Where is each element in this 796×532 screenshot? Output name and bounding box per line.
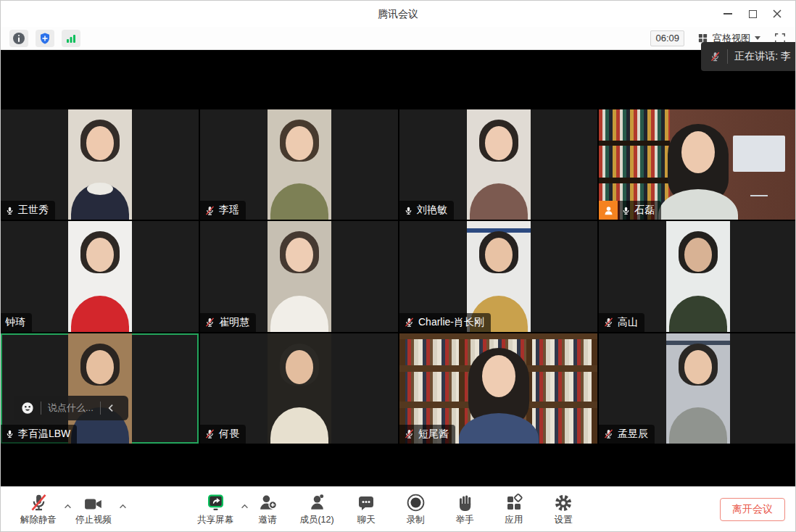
- meeting-timer: 06:09: [650, 30, 684, 46]
- record-icon: [406, 493, 426, 512]
- stop-video-label: 停止视频: [75, 514, 112, 526]
- chevron-left-icon[interactable]: [107, 404, 114, 412]
- meeting-window: 腾讯会议: [0, 0, 796, 532]
- unmute-button[interactable]: 解除静音: [11, 492, 66, 526]
- invite-button[interactable]: 邀请: [243, 492, 292, 526]
- leave-meeting-button[interactable]: 离开会议: [720, 498, 785, 521]
- participant-video: [68, 221, 132, 331]
- mic-muted-icon: [603, 428, 614, 440]
- titlebar: 腾讯会议: [1, 1, 795, 27]
- participant-tile[interactable]: 孟昱辰: [599, 333, 796, 444]
- participant-video: [268, 221, 331, 331]
- participant-name-label: 崔明慧: [200, 313, 256, 332]
- participant-name: 崔明慧: [219, 316, 249, 329]
- participant-name: 刘艳敏: [417, 204, 447, 217]
- minimize-button[interactable]: [716, 3, 740, 25]
- speaking-banner: 正在讲话: 李: [701, 42, 795, 71]
- members-icon: [307, 493, 327, 512]
- video-grid: 王世秀: [1, 109, 796, 444]
- speaking-banner-text: 正在讲话: 李: [734, 50, 791, 63]
- maximize-button[interactable]: [740, 3, 765, 25]
- participant-name-label: 王世秀: [1, 201, 55, 220]
- person-face: [681, 131, 715, 173]
- close-button[interactable]: [765, 3, 789, 25]
- security-shield-button[interactable]: [36, 30, 54, 47]
- person-body: [270, 183, 328, 220]
- participant-tile[interactable]: 王世秀: [1, 109, 199, 220]
- record-button[interactable]: 录制: [391, 492, 440, 526]
- participant-tile[interactable]: 高山: [599, 221, 796, 331]
- settings-label: 设置: [555, 514, 573, 526]
- participant-name-label: Charlie-肖长刚: [399, 313, 491, 332]
- raise-hand-label: 举手: [456, 514, 474, 526]
- person-face: [485, 238, 513, 272]
- apps-label: 应用: [505, 514, 523, 526]
- participant-name: 钟琦: [5, 316, 25, 329]
- mic-muted-icon: [29, 493, 49, 512]
- window-controls: [716, 1, 789, 27]
- participant-video: [268, 333, 331, 444]
- apps-button[interactable]: 应用: [489, 492, 539, 526]
- quick-chat-placeholder[interactable]: 说点什么...: [48, 402, 94, 415]
- settings-button[interactable]: 设置: [539, 492, 588, 526]
- mic-muted-icon: [404, 428, 415, 440]
- participant-name-label: 石磊: [599, 201, 661, 220]
- participant-tile[interactable]: 李瑶: [200, 109, 398, 220]
- participant-name-label: 李瑶: [200, 201, 246, 220]
- participant-name-label: 高山: [599, 313, 644, 332]
- participant-tile[interactable]: 说点什么...: [1, 333, 199, 444]
- mic-muted-icon: [204, 204, 215, 217]
- mic-muted-icon: [204, 428, 215, 440]
- participant-video: [467, 109, 531, 220]
- divider: [100, 402, 101, 415]
- participant-tile[interactable]: 石磊: [599, 109, 796, 220]
- minimize-icon: [724, 13, 732, 14]
- share-screen-icon: [206, 493, 225, 512]
- host-person-icon: [603, 205, 614, 216]
- chevron-up-icon[interactable]: [119, 499, 127, 512]
- participant-name-label: 何畏: [200, 425, 246, 444]
- quick-chat-bubble[interactable]: 说点什么...: [14, 396, 128, 420]
- unmute-label: 解除静音: [20, 514, 57, 526]
- share-screen-label: 共享屏幕: [197, 514, 233, 526]
- participant-video: [68, 109, 132, 220]
- participant-name: 王世秀: [18, 204, 49, 217]
- person-body: [71, 296, 129, 332]
- shield-protect-icon: [38, 32, 51, 45]
- participant-tile[interactable]: 何畏: [200, 333, 398, 444]
- chat-button[interactable]: 聊天: [341, 492, 391, 526]
- mic-muted-icon: [204, 316, 215, 328]
- person-face: [684, 350, 712, 384]
- person-face: [86, 126, 114, 160]
- participant-tile[interactable]: 钟琦: [1, 221, 199, 331]
- person-face: [86, 350, 114, 384]
- main-stage: 王世秀: [1, 50, 795, 488]
- info-icon: [12, 32, 25, 45]
- person-face: [286, 350, 313, 384]
- share-screen-button[interactable]: 共享屏幕: [188, 492, 243, 526]
- person-face: [684, 238, 712, 272]
- host-badge: [599, 201, 618, 220]
- chat-label: 聊天: [357, 514, 376, 526]
- bottom-toolbar: 解除静音 停止视频: [1, 486, 795, 531]
- participant-tile[interactable]: 刘艳敏: [399, 109, 597, 220]
- divider: [727, 49, 728, 64]
- participant-video: [666, 333, 730, 444]
- person-face: [485, 126, 513, 160]
- participant-name-label: 李百温LBW: [1, 425, 77, 444]
- camera-icon: [84, 496, 103, 512]
- record-label: 录制: [407, 514, 425, 526]
- participant-name: 李百温LBW: [18, 428, 70, 441]
- participant-name-label: 钟琦: [1, 313, 32, 332]
- meeting-info-button[interactable]: [9, 30, 28, 47]
- network-quality-button[interactable]: [62, 30, 80, 47]
- participant-tile[interactable]: 崔明慧: [200, 221, 398, 331]
- participant-tile[interactable]: 短尾酱: [399, 333, 597, 444]
- members-button[interactable]: 成员(12): [292, 492, 341, 526]
- raise-hand-button[interactable]: 举手: [440, 492, 489, 526]
- participant-name: 高山: [618, 316, 638, 329]
- participant-tile[interactable]: Charlie-肖长刚: [399, 221, 597, 331]
- person-collar: [87, 183, 113, 195]
- stop-video-button[interactable]: 停止视频: [66, 492, 121, 526]
- participant-name-label: 短尾酱: [399, 425, 455, 444]
